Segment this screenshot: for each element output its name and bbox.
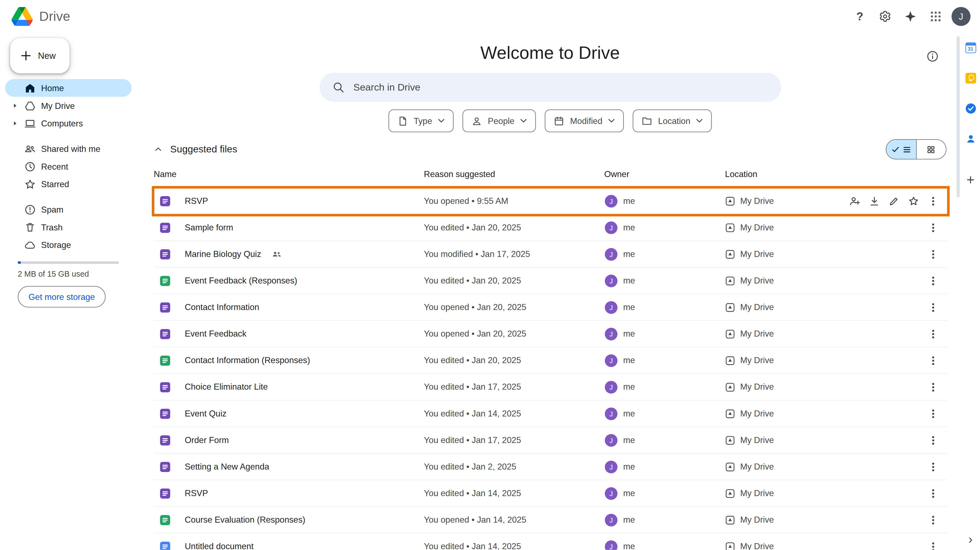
expand-caret-icon[interactable] [11,121,19,126]
file-row[interactable]: RSVP You opened • 9:55 AM J me My Drive [154,188,948,215]
sidebar-item-spam[interactable]: Spam [5,201,131,218]
settings-button[interactable] [872,4,898,29]
file-row[interactable]: Marine Biology Quiz You modified • Jan 1… [154,241,948,268]
column-header-location[interactable]: Location [725,170,853,179]
collapse-suggested-files-button[interactable] [148,140,167,159]
more-options-button[interactable] [928,408,939,419]
list-view-toggle[interactable] [886,140,916,159]
my-drive-location-icon [725,276,735,286]
download-button[interactable] [869,195,880,207]
scrollbar-thumb[interactable] [956,36,960,198]
more-options-button[interactable] [928,301,939,313]
filter-people-chip[interactable]: People [463,110,536,132]
location-cell[interactable]: My Drive [725,408,853,419]
file-row[interactable]: Event Feedback You opened • Jan 20, 2025… [154,321,948,347]
file-row[interactable]: Course Evaluation (Responses) You opened… [154,507,948,533]
cloud-icon [24,239,36,251]
location-cell[interactable]: My Drive [725,435,853,445]
file-row[interactable]: Order Form You edited • Jan 17, 2025 J m… [154,427,948,454]
owner-cell: J me [604,301,725,314]
filter-location-chip[interactable]: Location [633,110,712,132]
more-options-button[interactable] [928,328,939,340]
star-icon [24,178,36,190]
sidebar-item-my-drive[interactable]: My Drive [5,97,131,115]
file-name-cell: Event Feedback [154,328,424,340]
location-name: My Drive [740,409,774,418]
file-name: Event Feedback [185,329,247,338]
column-header-name[interactable]: Name [154,170,424,179]
more-options-button[interactable] [928,514,939,526]
more-options-button[interactable] [928,488,939,499]
hide-side-panel-chevron-icon[interactable]: › [969,533,973,545]
more-options-button[interactable] [928,435,939,446]
sidebar-item-label: Starred [41,180,69,189]
more-options-button[interactable] [928,249,939,260]
account-avatar-button[interactable]: J [948,4,974,29]
more-options-button[interactable] [928,461,939,473]
get-more-storage-button[interactable]: Get more storage [18,286,106,308]
location-cell[interactable]: My Drive [725,541,853,550]
keep-icon[interactable] [965,72,977,84]
location-cell[interactable]: My Drive [725,276,853,286]
star-button[interactable] [908,195,919,207]
file-row[interactable]: RSVP You edited • Jan 14, 2025 J me My D… [154,480,948,507]
row-actions [853,514,948,526]
grid-view-toggle[interactable] [916,140,946,159]
rename-button[interactable] [888,195,900,207]
file-row[interactable]: Event Feedback (Responses) You edited • … [154,268,948,294]
sidebar-item-shared-with-me[interactable]: Shared with me [5,140,131,158]
google-apps-button[interactable] [923,4,948,29]
file-row[interactable]: Choice Eliminator Lite You edited • Jan … [154,374,948,400]
file-type-icon [159,355,171,366]
location-cell[interactable]: My Drive [725,328,853,339]
file-row[interactable]: Sample form You edited • Jan 20, 2025 J … [154,215,948,241]
column-header-owner[interactable]: Owner [604,170,725,179]
new-button[interactable]: New [10,38,70,73]
file-row[interactable]: Event Quiz You edited • Jan 14, 2025 J m… [154,400,948,427]
file-row[interactable]: Contact Information You opened • Jan 20,… [154,294,948,321]
more-options-button[interactable] [928,541,939,550]
sidebar-item-computers[interactable]: Computers [5,115,131,132]
sidebar-item-starred[interactable]: Starred [5,175,131,193]
help-button[interactable]: ? [847,4,872,29]
location-cell[interactable]: My Drive [725,488,853,498]
file-row[interactable]: Setting a New Agenda You edited • Jan 2,… [154,454,948,480]
contacts-icon[interactable] [965,133,977,145]
sidebar-item-trash[interactable]: Trash [5,218,131,236]
search-bar[interactable] [319,73,781,102]
location-cell[interactable]: My Drive [725,249,853,259]
storage-usage-text: 2 MB of 15 GB used [18,269,137,278]
location-cell[interactable]: My Drive [725,222,853,233]
filter-modified-chip[interactable]: Modified [545,110,624,132]
owner-name: me [623,488,635,498]
gemini-button[interactable] [898,4,923,29]
my-drive-location-icon [725,435,735,445]
tasks-icon[interactable] [965,103,977,114]
sidebar-item-home[interactable]: Home [5,79,131,97]
sidebar-item-storage[interactable]: Storage [5,236,131,254]
more-options-button[interactable] [928,222,939,233]
drive-brand[interactable]: Drive [11,7,70,26]
more-options-button[interactable] [928,381,939,393]
calendar-icon[interactable]: 31 [965,42,977,53]
info-button[interactable] [923,46,943,67]
get-add-ons-plus-icon[interactable]: + [966,175,975,186]
file-row[interactable]: Contact Information (Responses) You edit… [154,348,948,374]
location-cell[interactable]: My Drive [725,355,853,365]
search-input[interactable] [353,81,768,93]
more-options-button[interactable] [928,355,939,366]
sidebar-item-recent[interactable]: Recent [5,158,131,175]
location-cell[interactable]: My Drive [725,302,853,312]
share-add-person-button[interactable] [849,195,861,207]
location-cell[interactable]: My Drive [725,382,853,392]
filter-type-chip[interactable]: Type [388,110,453,132]
chip-label: People [488,116,514,126]
more-options-button[interactable] [928,275,939,287]
location-cell[interactable]: My Drive [725,515,853,525]
expand-caret-icon[interactable] [11,103,19,108]
column-header-reason[interactable]: Reason suggested [424,170,604,179]
location-cell[interactable]: My Drive [725,462,853,472]
file-row[interactable]: Untitled document You edited • Jan 14, 2… [154,533,948,550]
more-options-button[interactable] [928,195,939,207]
location-cell[interactable]: My Drive [725,196,853,206]
